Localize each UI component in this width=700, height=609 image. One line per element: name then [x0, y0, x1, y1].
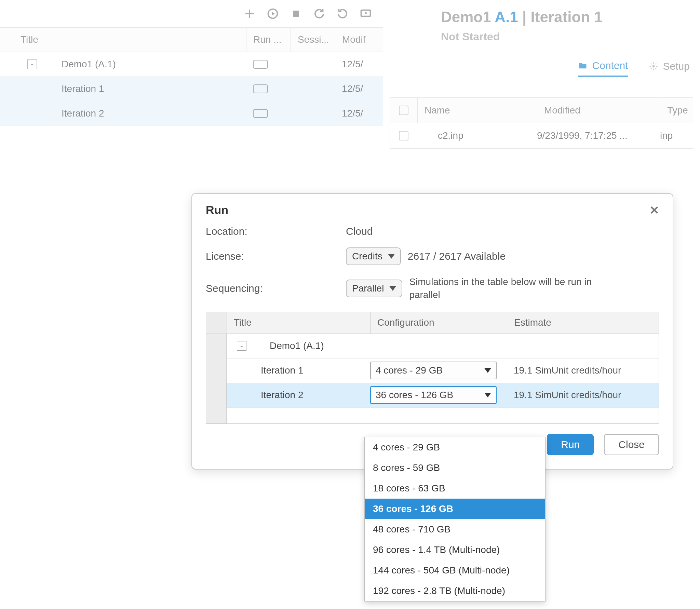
license-label: License:	[206, 251, 346, 262]
location-value: Cloud	[346, 226, 659, 237]
close-icon[interactable]: ✕	[649, 204, 659, 216]
run-dialog: Run ✕ Location: Cloud License: Credits 2…	[191, 193, 673, 470]
grid-row-estimate: 19.1 SimUnit credits/hour	[507, 390, 659, 401]
config-option[interactable]: 18 cores - 63 GB	[365, 478, 545, 499]
grid-row[interactable]: Iteration 14 cores - 29 GB19.1 SimUnit c…	[227, 358, 659, 383]
caret-down-icon	[484, 368, 491, 373]
dialog-title: Run	[206, 203, 228, 217]
gear-rainbow-icon	[252, 340, 264, 352]
location-label: Location:	[206, 226, 346, 237]
grid-col-estimate[interactable]: Estimate	[507, 312, 659, 334]
license-select[interactable]: Credits	[346, 247, 401, 265]
run-grid: Title Configuration Estimate -Demo1 (A.1…	[206, 312, 659, 424]
config-select[interactable]: 36 cores - 126 GB	[370, 386, 497, 404]
config-option[interactable]: 8 cores - 59 GB	[365, 458, 545, 478]
collapse-toggle[interactable]: -	[237, 341, 246, 351]
grid-col-title[interactable]: Title	[227, 312, 370, 334]
config-option[interactable]: 144 cores - 504 GB (Multi-node)	[365, 560, 545, 581]
config-option[interactable]: 48 cores - 710 GB	[365, 519, 545, 540]
caret-down-icon	[484, 393, 491, 397]
close-button[interactable]: Close	[604, 434, 659, 455]
grid-row-title: Iteration 1	[261, 365, 304, 376]
grid-row-root[interactable]: -Demo1 (A.1)	[227, 334, 659, 358]
config-option[interactable]: 36 cores - 126 GB	[365, 499, 545, 519]
config-select[interactable]: 4 cores - 29 GB	[370, 362, 497, 379]
sequencing-hint: Simulations in the table below will be r…	[409, 275, 594, 301]
config-option[interactable]: 96 cores - 1.4 TB (Multi-node)	[365, 540, 545, 560]
config-option[interactable]: 192 cores - 2.8 TB (Multi-node)	[365, 581, 545, 601]
grid-root-title: Demo1 (A.1)	[270, 340, 324, 351]
caret-down-icon	[389, 286, 396, 291]
sequencing-label: Sequencing:	[206, 283, 346, 294]
caret-down-icon	[388, 254, 395, 259]
config-dropdown-list[interactable]: 4 cores - 29 GB8 cores - 59 GB18 cores -…	[364, 437, 546, 601]
sequencing-select[interactable]: Parallel	[346, 280, 402, 297]
grid-col-config[interactable]: Configuration	[370, 312, 507, 334]
run-button[interactable]: Run	[547, 434, 594, 455]
grid-row-title: Iteration 2	[261, 390, 304, 401]
license-availability: 2617 / 2617 Available	[408, 251, 506, 262]
config-option[interactable]: 4 cores - 29 GB	[365, 437, 545, 458]
grid-row-estimate: 19.1 SimUnit credits/hour	[507, 365, 659, 376]
grid-row[interactable]: Iteration 236 cores - 126 GB19.1 SimUnit…	[227, 383, 659, 408]
